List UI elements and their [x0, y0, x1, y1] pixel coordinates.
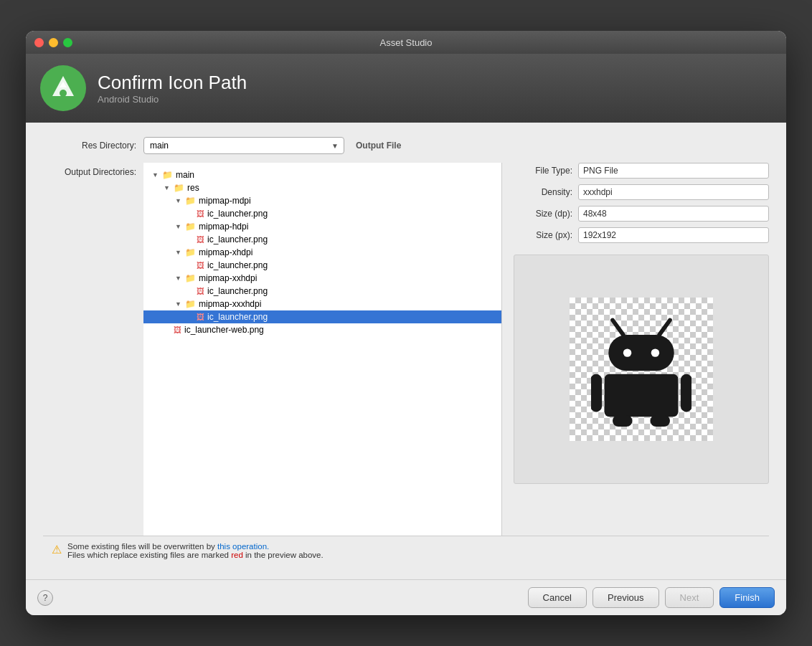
android-studio-logo — [40, 65, 86, 111]
tree-label-ic-launcher-xxhdpi: ic_launcher.png — [207, 286, 268, 296]
tree-item-res[interactable]: ▼ 📁 res — [143, 181, 501, 194]
folder-icon-main: 📁 — [162, 170, 173, 180]
svg-rect-8 — [681, 374, 691, 412]
file-icon-xxxhdpi: 🖼 — [197, 313, 204, 321]
cancel-button[interactable]: Cancel — [528, 587, 587, 608]
tree-item-mipmap-xxxhdpi[interactable]: ▼ 📁 mipmap-xxxhdpi — [143, 298, 501, 310]
tree-label-mipmap-xxhdpi: mipmap-xxhdpi — [199, 273, 257, 283]
tree-label-ic-launcher-web: ic_launcher-web.png — [184, 325, 264, 335]
size-px-value: 192x192 — [578, 227, 769, 243]
tree-label-mipmap-xhdpi: mipmap-xhdpi — [199, 247, 252, 257]
file-icon-web: 🖼 — [174, 326, 181, 334]
size-px-row: Size (px): 192x192 — [514, 227, 769, 243]
tree-label-mipmap-xxxhdpi: mipmap-xxxhdpi — [199, 299, 261, 309]
svg-point-0 — [60, 90, 67, 97]
density-label: Density: — [514, 187, 578, 197]
next-button[interactable]: Next — [665, 587, 714, 608]
minimize-button[interactable] — [49, 38, 58, 47]
footer-right: Cancel Previous Next Finish — [528, 587, 775, 608]
help-button[interactable]: ? — [37, 590, 53, 606]
tree-item-ic-launcher-xxxhdpi[interactable]: 🖼 ic_launcher.png — [143, 310, 501, 323]
warning-icon: ⚠ — [52, 543, 62, 556]
tree-label-mipmap-mdpi: mipmap-mdpi — [199, 196, 251, 206]
tree-item-mipmap-xxhdpi[interactable]: ▼ 📁 mipmap-xxhdpi — [143, 272, 501, 285]
file-icon-mdpi: 🖼 — [197, 209, 204, 218]
close-button[interactable] — [34, 38, 44, 47]
tree-item-ic-launcher-mdpi[interactable]: 🖼 ic_launcher.png — [143, 207, 501, 220]
left-section: Output Directories: ▼ 📁 main ▼ 📁 res — [43, 163, 502, 536]
size-dp-row: Size (dp): 48x48 — [514, 206, 769, 222]
svg-line-2 — [659, 320, 670, 335]
tree-label-ic-launcher-mdpi: ic_launcher.png — [207, 209, 268, 219]
tree-label-main: main — [176, 170, 194, 180]
tree-label-ic-launcher-hdpi: ic_launcher.png — [207, 234, 268, 244]
file-tree: ▼ 📁 main ▼ 📁 res ▼ 📁 mipmap-mdpi — [143, 163, 502, 536]
svg-rect-9 — [613, 415, 632, 427]
tree-label-ic-launcher-xhdpi: ic_launcher.png — [207, 260, 268, 270]
warning-line1-link[interactable]: this operation. — [217, 542, 269, 551]
help-label: ? — [43, 593, 48, 603]
svg-point-4 — [623, 348, 631, 356]
res-directory-select-wrapper: main ▼ — [143, 137, 344, 154]
expand-icon-res: ▼ — [164, 184, 172, 191]
res-directory-select[interactable]: main — [143, 137, 344, 154]
dialog-footer: ? Cancel Previous Next Finish — [26, 579, 786, 615]
density-value: xxxhdpi — [578, 184, 769, 200]
finish-button[interactable]: Finish — [719, 587, 775, 608]
folder-icon-xxxhdpi: 📁 — [185, 299, 196, 309]
tree-item-ic-launcher-hdpi[interactable]: 🖼 ic_launcher.png — [143, 233, 501, 246]
tree-label-mipmap-hdpi: mipmap-hdpi — [199, 222, 248, 232]
expand-icon-xxhdpi: ▼ — [175, 275, 184, 282]
checker-background — [570, 298, 713, 441]
main-layout: Output Directories: ▼ 📁 main ▼ 📁 res — [43, 163, 769, 536]
expand-icon-mdpi: ▼ — [175, 197, 184, 204]
expand-icon-xhdpi: ▼ — [175, 249, 184, 256]
window-title: Asset Studio — [380, 37, 433, 48]
maximize-button[interactable] — [63, 38, 72, 47]
tree-item-mipmap-mdpi[interactable]: ▼ 📁 mipmap-mdpi — [143, 194, 501, 207]
warning-text: Some existing files will be overwritten … — [67, 542, 324, 559]
tree-item-ic-launcher-xhdpi[interactable]: 🖼 ic_launcher.png — [143, 259, 501, 272]
file-type-row: File Type: PNG File — [514, 163, 769, 179]
dialog-content: Res Directory: main ▼ Output File Output… — [26, 123, 786, 579]
tree-item-mipmap-xhdpi[interactable]: ▼ 📁 mipmap-xhdpi — [143, 246, 501, 259]
header-text: Confirm Icon Path Android Studio — [98, 72, 247, 105]
android-preview-icon — [591, 312, 691, 427]
folder-icon-res: 📁 — [174, 183, 184, 193]
expand-icon-hdpi: ▼ — [175, 223, 184, 230]
warning-line2-link[interactable]: red — [231, 551, 243, 559]
density-row: Density: xxxhdpi — [514, 184, 769, 200]
svg-line-1 — [613, 320, 623, 335]
res-directory-row: Res Directory: main ▼ Output File — [43, 137, 769, 154]
dialog-title: Confirm Icon Path — [98, 72, 247, 94]
file-icon-xhdpi: 🖼 — [197, 261, 204, 270]
size-dp-label: Size (dp): — [514, 209, 578, 219]
tree-item-main[interactable]: ▼ 📁 main — [143, 168, 501, 181]
folder-icon-xxhdpi: 📁 — [185, 273, 196, 283]
output-directories-label: Output Directories: — [43, 163, 143, 177]
warning-line2-suffix: in the preview above. — [243, 551, 324, 559]
warning-line1-prefix: Some existing files will be overwritten … — [67, 542, 217, 551]
tree-item-mipmap-hdpi[interactable]: ▼ 📁 mipmap-hdpi — [143, 220, 501, 233]
size-dp-value: 48x48 — [578, 206, 769, 222]
file-icon-xxhdpi: 🖼 — [197, 287, 204, 295]
warning-line2-prefix: Files which replace existing files are m… — [67, 551, 231, 559]
warning-area: ⚠ Some existing files will be overwritte… — [43, 536, 769, 565]
folder-icon-mdpi: 📁 — [185, 196, 196, 206]
tree-label-res: res — [187, 183, 199, 193]
tree-item-ic-launcher-web[interactable]: 🖼 ic_launcher-web.png — [143, 323, 501, 336]
right-section: File Type: PNG File Density: xxxhdpi Siz… — [502, 163, 769, 536]
dialog-header: Confirm Icon Path Android Studio — [26, 54, 786, 123]
folder-icon-xhdpi: 📁 — [185, 247, 196, 257]
footer-left: ? — [37, 590, 53, 606]
folder-icon-hdpi: 📁 — [185, 222, 196, 232]
svg-rect-3 — [608, 335, 674, 371]
titlebar: Asset Studio — [26, 31, 786, 54]
tree-item-ic-launcher-xxhdpi[interactable]: 🖼 ic_launcher.png — [143, 285, 501, 298]
dialog-subtitle: Android Studio — [98, 94, 247, 105]
traffic-lights — [34, 38, 72, 47]
file-icon-hdpi: 🖼 — [197, 235, 204, 244]
previous-button[interactable]: Previous — [593, 587, 659, 608]
svg-rect-10 — [651, 415, 670, 427]
svg-point-5 — [651, 348, 659, 356]
